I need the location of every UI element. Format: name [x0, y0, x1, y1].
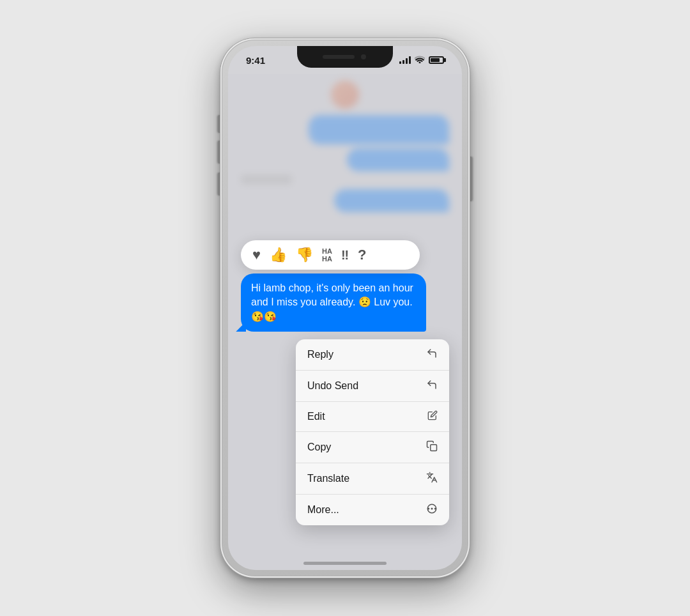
notch	[297, 46, 393, 68]
reaction-thumbsup[interactable]: 👍	[270, 247, 287, 263]
speaker	[323, 55, 355, 59]
copy-label: Copy	[307, 442, 331, 453]
reaction-bar: ♥ 👍 👎 HAHA ‼ ?	[241, 240, 420, 270]
edit-label: Edit	[307, 411, 325, 422]
status-time: 9:41	[246, 55, 265, 66]
menu-item-edit[interactable]: Edit	[296, 402, 449, 432]
battery-icon	[429, 56, 444, 64]
svg-point-2	[435, 508, 436, 509]
reply-label: Reply	[307, 349, 334, 360]
active-message-area: ♥ 👍 👎 HAHA ‼ ? Hi lamb chop, it's only b…	[228, 240, 462, 525]
message-bubble: Hi lamb chop, it's only been an hour and…	[241, 273, 426, 332]
reply-icon	[426, 348, 438, 362]
home-indicator[interactable]	[303, 562, 387, 565]
reaction-question[interactable]: ?	[358, 247, 366, 263]
wifi-icon	[415, 56, 425, 65]
power-button[interactable]	[470, 157, 472, 201]
more-icon	[426, 503, 438, 517]
menu-item-undo-send[interactable]: Undo Send	[296, 371, 449, 402]
translate-icon	[426, 472, 438, 486]
menu-item-copy[interactable]: Copy	[296, 432, 449, 463]
reaction-haha[interactable]: HAHA	[322, 247, 332, 263]
menu-item-reply[interactable]: Reply	[296, 339, 449, 371]
status-icons	[399, 56, 444, 65]
front-camera	[360, 53, 367, 61]
menu-item-more[interactable]: More...	[296, 495, 449, 525]
phone-frame: 9:41	[220, 38, 470, 578]
reaction-heart[interactable]: ♥	[252, 247, 261, 263]
svg-point-1	[431, 508, 433, 509]
screen-content: ♥ 👍 👎 HAHA ‼ ? Hi lamb chop, it's only b…	[228, 74, 462, 570]
message-text: Hi lamb chop, it's only been an hour and…	[251, 282, 413, 322]
translate-label: Translate	[307, 473, 349, 484]
more-label: More...	[307, 504, 339, 516]
reaction-thumbsdown[interactable]: 👎	[296, 247, 313, 263]
context-menu: Reply Undo Send	[296, 339, 449, 525]
svg-rect-0	[431, 445, 437, 451]
menu-item-translate[interactable]: Translate	[296, 463, 449, 495]
signal-icon	[399, 56, 411, 64]
undo-send-label: Undo Send	[307, 380, 358, 392]
phone-screen: 9:41	[228, 46, 462, 570]
copy-icon	[426, 440, 438, 454]
undo-send-icon	[426, 379, 438, 393]
reaction-exclamation[interactable]: ‼	[341, 248, 349, 263]
svg-point-3	[428, 508, 429, 509]
edit-icon	[427, 410, 438, 423]
